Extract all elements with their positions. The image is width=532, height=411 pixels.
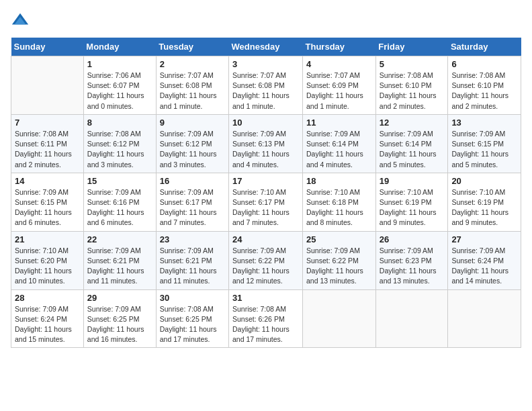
calendar-cell: 17Sunrise: 7:10 AM Sunset: 6:17 PM Dayli…	[229, 173, 303, 231]
logo	[11, 11, 32, 30]
calendar-cell	[11, 56, 84, 115]
weekday-header-thursday: Thursday	[303, 38, 376, 56]
day-info: Sunrise: 7:09 AM Sunset: 6:12 PM Dayligh…	[160, 129, 225, 170]
weekday-header-row: SundayMondayTuesdayWednesdayThursdayFrid…	[11, 38, 521, 56]
day-info: Sunrise: 7:10 AM Sunset: 6:19 PM Dayligh…	[380, 187, 445, 228]
day-info: Sunrise: 7:06 AM Sunset: 6:07 PM Dayligh…	[87, 71, 152, 111]
calendar-cell: 14Sunrise: 7:09 AM Sunset: 6:15 PM Dayli…	[11, 173, 84, 231]
day-number: 3	[232, 59, 299, 69]
weekday-header-monday: Monday	[83, 38, 156, 56]
day-number: 20	[451, 176, 517, 186]
calendar-cell: 16Sunrise: 7:09 AM Sunset: 6:17 PM Dayli…	[156, 173, 228, 231]
calendar-week-row: 1Sunrise: 7:06 AM Sunset: 6:07 PM Daylig…	[11, 56, 521, 115]
day-number: 9	[160, 118, 225, 128]
day-info: Sunrise: 7:09 AM Sunset: 6:24 PM Dayligh…	[451, 246, 517, 287]
day-info: Sunrise: 7:09 AM Sunset: 6:15 PM Dayligh…	[451, 129, 517, 170]
day-number: 16	[160, 176, 225, 186]
day-number: 17	[232, 176, 299, 186]
day-info: Sunrise: 7:10 AM Sunset: 6:17 PM Dayligh…	[232, 187, 299, 228]
calendar-cell: 19Sunrise: 7:10 AM Sunset: 6:19 PM Dayli…	[375, 173, 448, 231]
calendar-body: 1Sunrise: 7:06 AM Sunset: 6:07 PM Daylig…	[11, 56, 521, 348]
day-number: 31	[232, 293, 299, 303]
day-number: 29	[87, 293, 152, 303]
weekday-header-wednesday: Wednesday	[229, 38, 303, 56]
day-info: Sunrise: 7:09 AM Sunset: 6:24 PM Dayligh…	[15, 304, 80, 345]
day-info: Sunrise: 7:07 AM Sunset: 6:08 PM Dayligh…	[160, 71, 225, 111]
day-info: Sunrise: 7:07 AM Sunset: 6:09 PM Dayligh…	[306, 71, 372, 111]
logo-icon	[11, 11, 30, 30]
day-info: Sunrise: 7:08 AM Sunset: 6:25 PM Dayligh…	[160, 304, 225, 345]
day-info: Sunrise: 7:10 AM Sunset: 6:18 PM Dayligh…	[306, 187, 372, 228]
day-number: 5	[380, 59, 445, 69]
weekday-header-friday: Friday	[375, 38, 448, 56]
calendar-cell: 8Sunrise: 7:08 AM Sunset: 6:12 PM Daylig…	[83, 114, 156, 173]
day-number: 13	[451, 118, 517, 128]
calendar-cell: 15Sunrise: 7:09 AM Sunset: 6:16 PM Dayli…	[83, 173, 156, 231]
day-number: 10	[232, 118, 299, 128]
day-info: Sunrise: 7:09 AM Sunset: 6:23 PM Dayligh…	[380, 246, 445, 287]
calendar-cell: 18Sunrise: 7:10 AM Sunset: 6:18 PM Dayli…	[303, 173, 376, 231]
day-number: 6	[451, 59, 517, 69]
day-info: Sunrise: 7:08 AM Sunset: 6:26 PM Dayligh…	[232, 304, 299, 345]
day-info: Sunrise: 7:09 AM Sunset: 6:25 PM Dayligh…	[87, 304, 152, 345]
calendar-cell: 25Sunrise: 7:09 AM Sunset: 6:22 PM Dayli…	[303, 231, 376, 289]
calendar-cell: 11Sunrise: 7:09 AM Sunset: 6:14 PM Dayli…	[303, 114, 376, 173]
day-info: Sunrise: 7:09 AM Sunset: 6:14 PM Dayligh…	[306, 129, 372, 170]
day-number: 22	[87, 234, 152, 244]
calendar-cell: 27Sunrise: 7:09 AM Sunset: 6:24 PM Dayli…	[448, 231, 521, 289]
calendar-cell	[375, 289, 448, 348]
day-info: Sunrise: 7:10 AM Sunset: 6:19 PM Dayligh…	[451, 187, 517, 228]
weekday-header-tuesday: Tuesday	[156, 38, 228, 56]
day-number: 15	[87, 176, 152, 186]
weekday-header-sunday: Sunday	[11, 38, 84, 56]
day-number: 14	[15, 176, 80, 186]
day-info: Sunrise: 7:09 AM Sunset: 6:15 PM Dayligh…	[15, 187, 80, 228]
calendar-cell: 20Sunrise: 7:10 AM Sunset: 6:19 PM Dayli…	[448, 173, 521, 231]
day-number: 12	[380, 118, 445, 128]
calendar-week-row: 7Sunrise: 7:08 AM Sunset: 6:11 PM Daylig…	[11, 114, 521, 173]
calendar-cell: 3Sunrise: 7:07 AM Sunset: 6:08 PM Daylig…	[229, 56, 303, 115]
day-number: 21	[15, 234, 80, 244]
day-number: 18	[306, 176, 372, 186]
day-info: Sunrise: 7:08 AM Sunset: 6:12 PM Dayligh…	[87, 129, 152, 170]
day-number: 26	[380, 234, 445, 244]
day-info: Sunrise: 7:08 AM Sunset: 6:11 PM Dayligh…	[15, 129, 80, 170]
weekday-header-saturday: Saturday	[448, 38, 521, 56]
day-number: 7	[15, 118, 80, 128]
day-info: Sunrise: 7:09 AM Sunset: 6:22 PM Dayligh…	[232, 246, 299, 287]
calendar-cell: 26Sunrise: 7:09 AM Sunset: 6:23 PM Dayli…	[375, 231, 448, 289]
calendar-cell: 31Sunrise: 7:08 AM Sunset: 6:26 PM Dayli…	[229, 289, 303, 348]
calendar-header: SundayMondayTuesdayWednesdayThursdayFrid…	[11, 38, 521, 56]
calendar-cell: 28Sunrise: 7:09 AM Sunset: 6:24 PM Dayli…	[11, 289, 84, 348]
calendar-cell: 30Sunrise: 7:08 AM Sunset: 6:25 PM Dayli…	[156, 289, 228, 348]
calendar-cell: 6Sunrise: 7:08 AM Sunset: 6:10 PM Daylig…	[448, 56, 521, 115]
calendar-week-row: 21Sunrise: 7:10 AM Sunset: 6:20 PM Dayli…	[11, 231, 521, 289]
day-info: Sunrise: 7:09 AM Sunset: 6:22 PM Dayligh…	[306, 246, 372, 287]
calendar-cell: 10Sunrise: 7:09 AM Sunset: 6:13 PM Dayli…	[229, 114, 303, 173]
day-info: Sunrise: 7:09 AM Sunset: 6:13 PM Dayligh…	[232, 129, 299, 170]
day-info: Sunrise: 7:09 AM Sunset: 6:16 PM Dayligh…	[87, 187, 152, 228]
calendar-table: SundayMondayTuesdayWednesdayThursdayFrid…	[11, 38, 521, 348]
calendar-cell: 4Sunrise: 7:07 AM Sunset: 6:09 PM Daylig…	[303, 56, 376, 115]
day-info: Sunrise: 7:09 AM Sunset: 6:21 PM Dayligh…	[87, 246, 152, 287]
calendar-cell: 7Sunrise: 7:08 AM Sunset: 6:11 PM Daylig…	[11, 114, 84, 173]
day-number: 25	[306, 234, 372, 244]
day-number: 19	[380, 176, 445, 186]
calendar-cell: 12Sunrise: 7:09 AM Sunset: 6:14 PM Dayli…	[375, 114, 448, 173]
calendar-cell: 29Sunrise: 7:09 AM Sunset: 6:25 PM Dayli…	[83, 289, 156, 348]
calendar-week-row: 14Sunrise: 7:09 AM Sunset: 6:15 PM Dayli…	[11, 173, 521, 231]
day-number: 8	[87, 118, 152, 128]
day-info: Sunrise: 7:10 AM Sunset: 6:20 PM Dayligh…	[15, 246, 80, 287]
day-number: 11	[306, 118, 372, 128]
calendar-week-row: 28Sunrise: 7:09 AM Sunset: 6:24 PM Dayli…	[11, 289, 521, 348]
day-info: Sunrise: 7:09 AM Sunset: 6:14 PM Dayligh…	[380, 129, 445, 170]
day-number: 27	[451, 234, 517, 244]
day-number: 1	[87, 59, 152, 69]
day-number: 2	[160, 59, 225, 69]
calendar-cell: 2Sunrise: 7:07 AM Sunset: 6:08 PM Daylig…	[156, 56, 228, 115]
calendar-cell: 22Sunrise: 7:09 AM Sunset: 6:21 PM Dayli…	[83, 231, 156, 289]
day-info: Sunrise: 7:08 AM Sunset: 6:10 PM Dayligh…	[451, 71, 517, 111]
day-info: Sunrise: 7:07 AM Sunset: 6:08 PM Dayligh…	[232, 71, 299, 111]
page-header	[11, 11, 521, 30]
calendar-cell: 13Sunrise: 7:09 AM Sunset: 6:15 PM Dayli…	[448, 114, 521, 173]
